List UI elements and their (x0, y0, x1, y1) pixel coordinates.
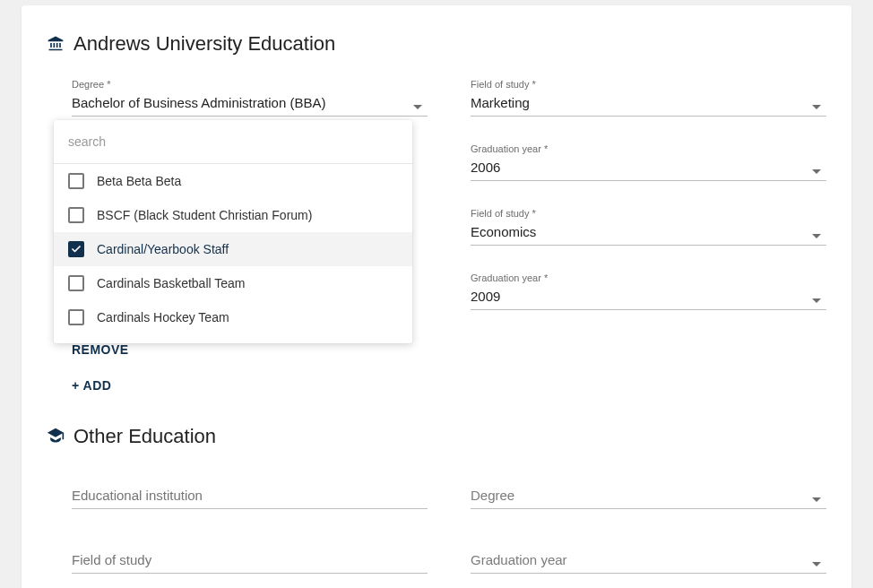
dropdown-option[interactable]: Cardinals Hockey Team (54, 300, 412, 334)
other-gradyear-select[interactable]: Graduation year (471, 536, 826, 574)
field-value: Marketing (471, 92, 826, 117)
checkbox-icon[interactable] (68, 207, 84, 223)
field-label: Field of study * (471, 79, 826, 90)
other-degree-select[interactable]: Degree (471, 471, 826, 509)
dropdown-search-input[interactable] (54, 120, 412, 163)
gradyear-value: 2006 (471, 157, 826, 181)
chevron-down-icon (413, 105, 422, 109)
grad-year-select-2[interactable]: Graduation year * 2009 (471, 272, 826, 310)
gradyear-label: Graduation year * (471, 272, 826, 283)
chevron-down-icon (812, 298, 821, 303)
dropdown-option[interactable]: Beta Beta Beta (54, 164, 412, 198)
dropdown-option-label: Cardinals Basketball Team (97, 276, 246, 290)
dropdown-search-wrap (54, 120, 412, 164)
checkbox-icon[interactable] (68, 275, 84, 291)
checkbox-icon[interactable] (68, 309, 84, 325)
degree-select[interactable]: Degree * Bachelor of Business Administra… (72, 79, 428, 117)
field-of-study-select-2[interactable]: Field of study * Economics (471, 208, 826, 246)
add-button[interactable]: + ADD (72, 373, 111, 398)
graduation-cap-icon (47, 427, 65, 447)
chevron-down-icon (812, 562, 821, 566)
chevron-down-icon (812, 497, 821, 502)
chevron-down-icon (812, 105, 821, 109)
gradyear-placeholder: Graduation year (471, 536, 826, 574)
gradyear-label: Graduation year * (471, 143, 826, 154)
checkbox-icon[interactable] (68, 173, 84, 189)
gradyear-value: 2009 (471, 286, 826, 310)
degree-value: Bachelor of Business Administration (BBA… (72, 92, 428, 117)
other-field[interactable] (72, 536, 428, 574)
section1-header: Andrews University Education (47, 32, 826, 56)
checkbox-icon[interactable] (68, 241, 84, 257)
field-of-study-select-1[interactable]: Field of study * Marketing (471, 79, 826, 117)
degree-placeholder: Degree (471, 471, 826, 509)
dropdown-option-label: BSCF (Black Student Christian Forum) (97, 208, 312, 222)
dropdown-option-label: Cardinals Hockey Team (97, 310, 229, 324)
chevron-down-icon (812, 169, 821, 174)
dropdown-options: Beta Beta BetaBSCF (Black Student Christ… (54, 164, 412, 334)
activities-dropdown[interactable]: Beta Beta BetaBSCF (Black Student Christ… (54, 120, 412, 343)
field-label: Field of study * (471, 208, 826, 219)
dropdown-option[interactable]: Cardinal/Yearbook Staff (54, 232, 412, 266)
field-value: Economics (471, 221, 826, 246)
other-field-input[interactable] (72, 536, 428, 574)
dropdown-option[interactable]: BSCF (Black Student Christian Forum) (54, 198, 412, 232)
section2-title: Other Education (73, 425, 216, 448)
institution-field[interactable] (72, 471, 428, 509)
dropdown-option[interactable]: Cardinals Basketball Team (54, 266, 412, 300)
institution-input[interactable] (72, 471, 428, 509)
university-icon (47, 34, 65, 55)
section2-header: Other Education (47, 425, 826, 448)
grad-year-select-1[interactable]: Graduation year * 2006 (471, 143, 826, 181)
chevron-down-icon (812, 234, 821, 238)
degree-label: Degree * (72, 79, 428, 90)
dropdown-option-label: Cardinal/Yearbook Staff (97, 242, 229, 256)
dropdown-option-label: Beta Beta Beta (97, 174, 181, 188)
section1-title: Andrews University Education (73, 32, 335, 56)
